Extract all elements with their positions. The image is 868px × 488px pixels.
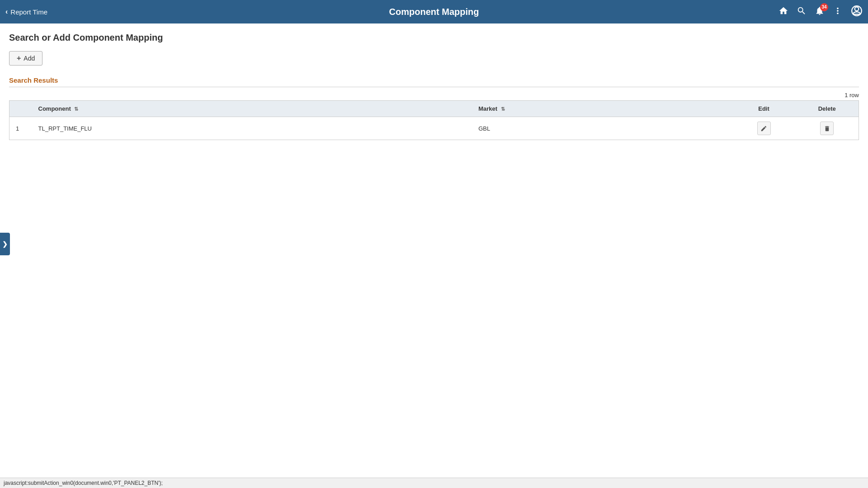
header: ‹ Report Time Component Mapping 34 [0,0,868,23]
cell-component: TL_RPT_TIME_FLU [32,117,472,140]
edit-button[interactable] [757,122,771,135]
back-label: Report Time [10,8,47,16]
home-icon[interactable] [778,6,788,18]
search-results-divider [9,87,859,87]
col-component[interactable]: Component ⇅ [32,101,472,117]
more-icon[interactable] [833,6,843,18]
market-sort-icon[interactable]: ⇅ [501,106,505,112]
results-table: Component ⇅ Market ⇅ Edit Delete 1 TL_RP… [9,100,859,140]
col-market-label: Market [478,105,497,112]
delete-button[interactable] [820,122,834,135]
row-count: 1 row [9,92,859,99]
notification-badge: 34 [820,3,828,11]
table-header-row: Component ⇅ Market ⇅ Edit Delete [9,101,859,117]
component-sort-icon[interactable]: ⇅ [74,106,78,112]
main-content: Search or Add Component Mapping + Add Se… [0,23,868,149]
page-heading: Search or Add Component Mapping [9,33,859,43]
back-button[interactable]: ‹ Report Time [5,8,47,16]
search-results-label: Search Results [9,76,859,84]
add-plus-icon: + [17,54,21,62]
col-component-label: Component [38,105,71,112]
col-delete: Delete [796,101,859,117]
col-market[interactable]: Market ⇅ [472,101,732,117]
cell-delete [796,117,859,140]
add-button[interactable]: + Add [9,51,42,66]
col-num [9,101,32,117]
user-icon[interactable] [851,5,863,19]
col-edit: Edit [732,101,796,117]
search-icon[interactable] [797,6,807,18]
back-chevron-icon: ‹ [5,8,8,16]
table-row: 1 TL_RPT_TIME_FLU GBL [9,117,859,140]
add-button-label: Add [24,55,35,62]
cell-num: 1 [9,117,32,140]
cell-edit [732,117,796,140]
header-icons: 34 [778,5,863,19]
page-title: Component Mapping [389,7,479,17]
notification-icon[interactable]: 34 [815,6,825,18]
cell-market: GBL [472,117,732,140]
